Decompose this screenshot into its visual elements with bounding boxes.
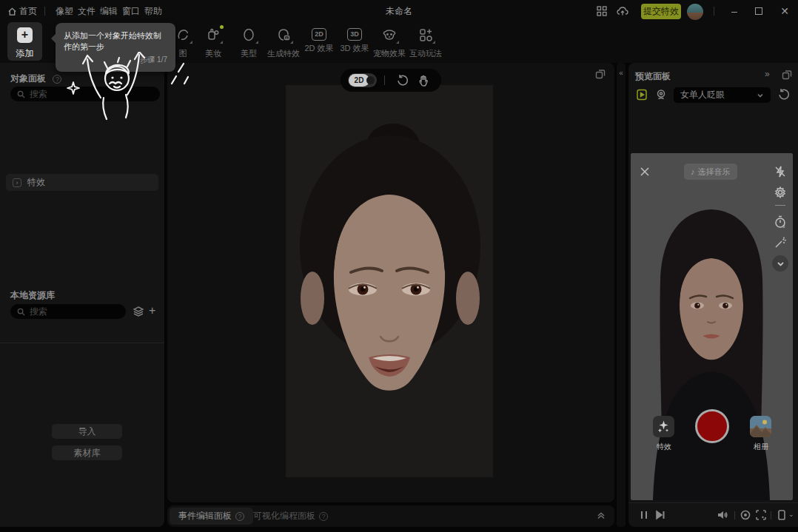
record-screen-icon[interactable] [740,509,751,521]
volume-icon[interactable] [717,509,728,521]
interactive-play-icon [418,27,434,43]
tab-label: 事件编辑面板 [178,510,232,522]
help-icon[interactable] [319,512,328,521]
toolbar-item-label: 2D 效果 [299,43,339,54]
tutorial-tooltip-text: 从添加一个对象开始特效制作的第一步 [64,30,169,53]
collapse-left-icon[interactable]: « [617,69,626,77]
playbar-divider [734,511,735,519]
device-chevron-icon[interactable]: ⌄ [788,511,794,518]
object-search-input[interactable] [30,89,153,99]
preview-panel-title: 预览面板 [635,70,671,83]
sparkles-icon [657,420,671,434]
material-library-button[interactable]: 素材库 [52,445,122,460]
album-button[interactable] [750,416,771,437]
album-photo-icon [750,416,771,437]
tutorial-step-label: 步骤 1/7 [140,55,167,65]
toolbar-item-label: 宠物效果 [369,48,409,59]
toolbar-item-reshape[interactable]: 美型 [229,25,269,61]
svg-text:AI: AI [286,36,289,40]
toolbar-item-label: 美妆 [193,48,233,59]
toggle-knob [366,76,375,84]
toolbar-item-label: 3D 效果 [335,43,375,54]
collapse-right-icon[interactable]: » [765,69,770,79]
help-icon[interactable] [53,75,61,84]
capture-frame-icon[interactable] [755,509,767,521]
popout-preview-icon[interactable] [782,70,792,83]
record-button[interactable] [695,409,729,443]
step-forward-icon[interactable] [654,509,666,521]
toolbar-item-3d-effect[interactable]: 3D 3D 效果 [335,25,375,61]
avatar[interactable] [687,4,703,20]
toolbar-item-makeup[interactable]: 美妆 [193,25,233,61]
preview-panel: 预览面板 » 女单人眨眼 [628,63,798,527]
ai-effect-icon: AI [275,27,292,43]
menu-bar: 首页 像塑 文件 编辑 窗口 帮助 未命名 提交特效 – ✕ [0,0,798,22]
app-window: 首页 像塑 文件 编辑 窗口 帮助 未命名 提交特效 – ✕ + 添加 [0,0,798,532]
submit-effect-button[interactable]: 提交特效 [641,4,681,19]
reset-view-icon[interactable] [396,74,409,87]
add-resource-icon[interactable]: + [149,304,155,317]
pan-hand-icon[interactable] [417,74,430,87]
local-library-title: 本地资源库 [10,289,55,302]
expand-icon[interactable]: › [13,178,21,187]
library-search[interactable] [10,304,126,319]
maximize-button[interactable] [748,0,769,22]
canvas-area: 2D [167,63,614,502]
flash-off-icon[interactable] [774,165,787,178]
tab-event-editor[interactable]: 事件编辑面板 [170,508,253,525]
video-source-icon[interactable] [635,88,648,101]
svg-text:3: 3 [782,224,785,229]
add-object-button[interactable]: + 添加 [7,22,42,61]
more-tools-icon[interactable] [772,255,788,272]
tab-visual-programming[interactable]: 可视化编程面板 [244,508,337,525]
minimize-button[interactable]: – [724,0,745,22]
effects-button-label: 特效 [649,442,679,452]
plus-icon: + [17,27,33,43]
settings-gear-icon[interactable] [774,186,787,199]
popout-canvas-icon[interactable] [595,69,606,82]
library-search-input[interactable] [30,306,119,317]
toolbar-item-generate[interactable]: AI 生成特效 [264,25,304,61]
timer-icon[interactable]: 3 [774,215,787,229]
playback-bar: ⌄ [628,502,798,527]
face-shape-icon [241,27,257,43]
expand-panel-icon[interactable] [594,509,608,522]
search-icon [17,308,25,316]
collapse-strip: « [617,63,626,527]
preview-source-dropdown[interactable]: 女单人眨眼 [674,87,771,103]
import-button[interactable]: 导入 [52,424,122,439]
reset-preview-icon[interactable] [777,88,791,101]
album-button-label: 相册 [746,442,776,452]
toolbar-item-label: 美型 [229,48,269,59]
makeup-icon [205,27,221,43]
close-preview-icon[interactable] [638,165,651,178]
beautify-wand-icon[interactable] [774,236,787,249]
mode-toggle[interactable]: 2D [348,73,377,87]
object-row-effect[interactable]: › 特效 [6,174,158,191]
webcam-icon[interactable] [654,88,668,101]
cloud-upload-icon[interactable] [617,6,628,19]
object-panel-title: 对象面板 [10,73,46,84]
help-icon[interactable] [235,512,244,521]
effects-button[interactable] [653,416,674,437]
workspace-grid-icon[interactable] [597,6,607,19]
toolbar-item-label: 互动玩法 [406,48,446,59]
toolbar-item-pet-effect[interactable]: 宠物效果 [369,25,409,61]
device-frame-icon[interactable] [776,509,788,521]
preview-source-value: 女单人眨眼 [680,89,757,101]
bottom-panel: 事件编辑面板 可视化编程面板 [167,505,614,527]
pet-icon [381,27,398,43]
tooltip-arrow [51,34,56,43]
object-search[interactable] [10,87,160,101]
toolbar-item-2d-effect[interactable]: 2D 2D 效果 [299,25,339,61]
panel-divider [0,343,164,343]
select-music-button[interactable]: ♪选择音乐 [684,164,737,180]
add-button-label: 添加 [7,47,42,60]
camera-preview: ♪选择音乐 3 [631,153,793,500]
tutorial-tooltip: 从添加一个对象开始特效制作的第一步 步骤 1/7 [56,23,175,72]
layers-icon[interactable] [133,306,144,320]
music-note-icon: ♪ [691,167,695,176]
close-button[interactable]: ✕ [774,0,795,22]
pause-icon[interactable] [638,509,650,521]
toolbar-item-interactive[interactable]: 互动玩法 [406,25,446,61]
